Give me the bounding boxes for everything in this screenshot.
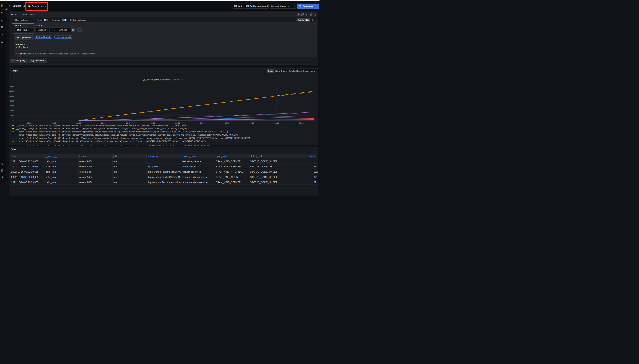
svg-text:23:30: 23:30: [52, 122, 56, 124]
svg-text:6000: 6000: [10, 105, 14, 107]
svg-text:00:05: 00:05: [225, 122, 229, 124]
svg-text:14000: 14000: [9, 85, 14, 87]
svg-text:23:25: 23:25: [27, 122, 32, 124]
svg-text:23:50: 23:50: [150, 122, 155, 124]
svg-text:23:35: 23:35: [76, 122, 81, 124]
svg-text:23:55: 23:55: [176, 122, 180, 124]
svg-text:23:45: 23:45: [126, 122, 130, 124]
svg-text:2000: 2000: [10, 114, 14, 116]
svg-text:00:00: 00:00: [200, 122, 205, 124]
svg-text:00:10: 00:10: [250, 122, 254, 124]
svg-text:00:15: 00:15: [274, 122, 279, 124]
svg-text:00:20: 00:20: [299, 122, 304, 124]
svg-text:10000: 10000: [9, 95, 14, 97]
svg-text:4000: 4000: [10, 110, 14, 112]
svg-text:23:40: 23:40: [101, 122, 106, 124]
svg-text:8000: 8000: [10, 100, 14, 102]
svg-text:12000: 12000: [9, 90, 14, 92]
svg-text:0: 0: [13, 119, 14, 122]
